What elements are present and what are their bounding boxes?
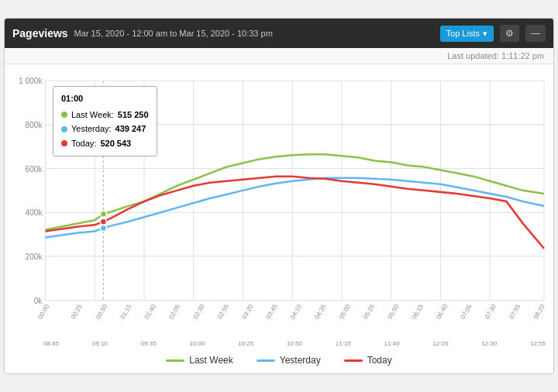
svg-text:01:15: 01:15: [119, 303, 133, 320]
svg-text:05:50: 05:50: [387, 303, 401, 320]
x-label: 10:50: [287, 340, 302, 347]
last-week-tooltip-dot: [100, 211, 106, 217]
legend-line-yesterday: [257, 359, 275, 362]
today-tooltip-dot: [100, 218, 106, 225]
svg-text:00:00: 00:00: [36, 303, 50, 320]
chart-area: 01:00 Last Week: 515 250 Yesterday: 439 …: [5, 64, 553, 340]
svg-text:05:25: 05:25: [362, 303, 376, 320]
x-label: 10:25: [238, 340, 253, 347]
legend-item-last-week: Last Week: [166, 355, 232, 366]
top-lists-label: Top Lists: [446, 29, 480, 38]
x-label: 09:35: [141, 340, 157, 347]
svg-text:01:40: 01:40: [143, 303, 157, 320]
svg-text:0k: 0k: [34, 297, 43, 305]
last-updated-time: 1:11:22 pm: [501, 51, 544, 60]
x-label: 11:15: [336, 340, 351, 347]
line-chart: 1 000k 800k 600k 400k 200k 0k: [12, 72, 546, 328]
svg-text:07:05: 07:05: [460, 303, 474, 320]
legend-item-today: Today: [344, 355, 392, 366]
x-label: 10:00: [189, 340, 205, 347]
gear-icon: ⚙: [505, 28, 514, 39]
svg-text:600k: 600k: [26, 165, 43, 174]
widget-header: Pageviews Mar 15, 2020 - 12:00 am to Mar…: [5, 19, 553, 48]
legend-label-today: Today: [367, 355, 392, 366]
svg-text:00:25: 00:25: [70, 303, 84, 320]
x-label: 11:40: [384, 340, 400, 347]
top-lists-button[interactable]: Top Lists ▾: [440, 26, 494, 42]
legend-label-last-week: Last Week: [189, 355, 232, 366]
x-label: 12:30: [481, 340, 497, 347]
chart-container: 01:00 Last Week: 515 250 Yesterday: 439 …: [12, 72, 546, 340]
svg-text:04:10: 04:10: [289, 303, 303, 320]
svg-text:02:55: 02:55: [216, 303, 230, 320]
x-label: 08:45: [43, 340, 59, 347]
minimize-button[interactable]: —: [525, 25, 546, 42]
x-label: 09:10: [92, 340, 108, 347]
svg-text:02:30: 02:30: [192, 303, 206, 320]
chart-legend: Last Week Yesterday Today: [5, 349, 553, 373]
svg-text:400k: 400k: [26, 208, 43, 217]
widget-title: Pageviews: [12, 27, 68, 40]
svg-text:05:00: 05:00: [338, 303, 352, 320]
settings-button[interactable]: ⚙: [500, 25, 519, 42]
legend-line-last-week: [166, 359, 184, 362]
svg-text:800k: 800k: [26, 121, 43, 129]
svg-text:06:15: 06:15: [411, 303, 425, 320]
minimize-icon: —: [531, 28, 540, 39]
svg-text:08:20: 08:20: [532, 303, 546, 320]
chevron-down-icon: ▾: [483, 29, 487, 39]
pageviews-widget: Pageviews Mar 15, 2020 - 12:00 am to Mar…: [4, 18, 554, 374]
svg-text:200k: 200k: [26, 253, 43, 261]
x-label: 12:05: [432, 340, 448, 347]
last-updated-bar: Last updated: 1:11:22 pm: [5, 48, 553, 64]
last-week-line: [45, 154, 543, 229]
svg-text:03:20: 03:20: [240, 303, 254, 320]
date-range: Mar 15, 2020 - 12:00 am to Mar 15, 2020 …: [74, 29, 434, 38]
last-updated-label: Last updated:: [447, 51, 499, 60]
svg-text:00:50: 00:50: [95, 303, 108, 320]
svg-text:1 000k: 1 000k: [19, 77, 43, 85]
legend-label-yesterday: Yesterday: [280, 355, 321, 366]
svg-text:04:35: 04:35: [314, 303, 328, 320]
svg-text:03:45: 03:45: [265, 303, 279, 320]
svg-text:06:40: 06:40: [435, 303, 449, 320]
svg-text:07:30: 07:30: [484, 303, 498, 320]
x-label: 12:55: [530, 340, 546, 347]
svg-text:07:55: 07:55: [508, 303, 522, 320]
legend-line-today: [344, 359, 363, 362]
legend-item-yesterday: Yesterday: [257, 355, 321, 366]
yesterday-tooltip-dot: [100, 225, 106, 231]
svg-text:02:05: 02:05: [167, 303, 181, 320]
